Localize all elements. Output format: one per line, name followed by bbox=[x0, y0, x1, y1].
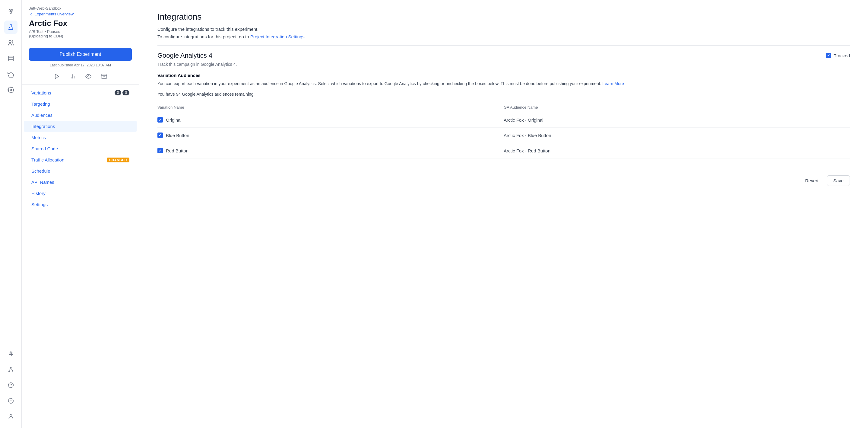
svg-point-16 bbox=[12, 371, 13, 372]
variation-audiences-body: You can export each variation in your ex… bbox=[157, 80, 850, 87]
experiment-title: Arctic Fox bbox=[29, 19, 132, 28]
svg-point-2 bbox=[10, 12, 12, 13]
integration-header: Google Analytics 4 Tracked bbox=[157, 52, 850, 59]
integration-desc: Track this campaign in Google Analytics … bbox=[157, 62, 850, 67]
svg-point-23 bbox=[10, 415, 12, 417]
history-icon[interactable] bbox=[4, 67, 18, 81]
svg-line-17 bbox=[9, 368, 11, 371]
experiments-icon[interactable] bbox=[4, 5, 18, 18]
svg-point-9 bbox=[10, 89, 12, 91]
variation-badges: 0 0 bbox=[115, 90, 129, 95]
table-row: Blue Button Arctic Fox - Blue Button bbox=[157, 128, 850, 143]
tracked-label: Tracked bbox=[834, 53, 850, 58]
tracked-checkbox-row: Tracked bbox=[826, 53, 850, 58]
svg-point-28 bbox=[88, 76, 89, 77]
user-avatar[interactable] bbox=[4, 410, 18, 423]
sidebar-item-schedule[interactable]: Schedule bbox=[24, 165, 136, 177]
revert-button[interactable]: Revert bbox=[801, 175, 824, 186]
sidebar-item-audiences[interactable]: Audiences bbox=[24, 110, 136, 121]
sidebar-item-api-names[interactable]: API Names bbox=[24, 177, 136, 188]
eye-icon[interactable] bbox=[85, 73, 91, 79]
ga-audience-name-0: Arctic Fox - Original bbox=[504, 117, 544, 122]
experiment-meta: A/B Test • Paused (Uploading to CDN) bbox=[29, 29, 132, 38]
settings-icon[interactable] bbox=[4, 83, 18, 96]
svg-point-15 bbox=[8, 371, 9, 372]
svg-rect-6 bbox=[8, 56, 13, 61]
svg-rect-29 bbox=[101, 74, 106, 76]
variation-audiences-heading: Variation Audiences bbox=[157, 73, 850, 78]
sidebar-item-traffic-allocation[interactable]: Traffic Allocation CHANGED bbox=[24, 154, 136, 165]
tracked-checkbox[interactable] bbox=[826, 53, 831, 58]
learn-more-link[interactable]: Learn More bbox=[602, 81, 624, 86]
project-integration-link[interactable]: Project Integration Settings bbox=[250, 34, 305, 39]
col-variation-header: Variation Name bbox=[157, 103, 504, 112]
hashtag-icon[interactable] bbox=[4, 347, 18, 361]
variation-table: Variation Name GA Audience Name Original… bbox=[157, 103, 850, 159]
gauge-icon[interactable] bbox=[4, 394, 18, 407]
description-2: To configure integrations for this proje… bbox=[157, 34, 850, 39]
help-icon[interactable] bbox=[4, 378, 18, 392]
svg-marker-24 bbox=[55, 74, 59, 79]
nav-section: Variations 0 0 Targeting Audiences Integ… bbox=[22, 85, 139, 212]
sidebar-item-settings[interactable]: Settings bbox=[24, 199, 136, 210]
svg-point-14 bbox=[10, 367, 11, 368]
table-row: Red Button Arctic Fox - Red Button bbox=[157, 143, 850, 159]
project-name: Jett-Web-Sandbox bbox=[29, 6, 132, 10]
sidebar-item-shared-code[interactable]: Shared Code bbox=[24, 143, 136, 154]
chart-icon[interactable] bbox=[70, 73, 76, 79]
publish-button[interactable]: Publish Experiment bbox=[29, 48, 132, 61]
last-published-text: Last published Apr 17, 2023 10:37 AM bbox=[29, 63, 132, 67]
footer-actions: Revert Save bbox=[157, 171, 850, 186]
variation-name-2: Red Button bbox=[166, 148, 188, 153]
divider bbox=[157, 45, 850, 46]
sidebar-item-variations[interactable]: Variations 0 0 bbox=[24, 87, 136, 98]
variation-name-0: Original bbox=[166, 117, 182, 122]
users-icon[interactable] bbox=[4, 36, 18, 50]
ga-audience-name-2: Arctic Fox - Red Button bbox=[504, 148, 550, 153]
variation-checkbox-1[interactable] bbox=[157, 133, 163, 138]
svg-line-13 bbox=[11, 352, 12, 356]
svg-point-5 bbox=[9, 40, 11, 42]
sidebar-item-metrics[interactable]: Metrics bbox=[24, 132, 136, 143]
action-icons-row bbox=[22, 71, 139, 85]
sidebar: Jett-Web-Sandbox Experiments Overview Ar… bbox=[22, 0, 140, 428]
layers-icon[interactable] bbox=[4, 52, 18, 65]
integration-name: Google Analytics 4 bbox=[157, 52, 212, 59]
sidebar-item-history[interactable]: History bbox=[24, 188, 136, 199]
icon-rail bbox=[0, 0, 22, 428]
variation-checkbox-2[interactable] bbox=[157, 148, 163, 153]
save-button[interactable]: Save bbox=[827, 175, 850, 186]
svg-line-3 bbox=[10, 11, 11, 12]
play-icon[interactable] bbox=[54, 73, 60, 79]
sidebar-item-targeting[interactable]: Targeting bbox=[24, 98, 136, 110]
table-row: Original Arctic Fox - Original bbox=[157, 112, 850, 128]
sidebar-header: Jett-Web-Sandbox Experiments Overview Ar… bbox=[22, 6, 139, 43]
variation-checkbox-0[interactable] bbox=[157, 117, 163, 122]
svg-point-19 bbox=[8, 383, 13, 388]
svg-point-0 bbox=[9, 10, 10, 11]
audiences-count: You have 94 Google Analytics audiences r… bbox=[157, 92, 850, 96]
svg-line-4 bbox=[11, 11, 12, 12]
sidebar-item-integrations[interactable]: Integrations bbox=[24, 121, 136, 132]
svg-line-12 bbox=[10, 352, 10, 356]
network-icon[interactable] bbox=[4, 363, 18, 376]
description-1: Configure the integrations to track this… bbox=[157, 27, 850, 32]
col-ga-header: GA Audience Name bbox=[504, 103, 850, 112]
flask-icon[interactable] bbox=[4, 21, 18, 34]
back-link[interactable]: Experiments Overview bbox=[29, 12, 132, 16]
main-content: Integrations Configure the integrations … bbox=[140, 0, 868, 428]
page-title: Integrations bbox=[157, 12, 850, 22]
archive-icon[interactable] bbox=[101, 73, 107, 79]
variation-name-1: Blue Button bbox=[166, 133, 189, 138]
svg-line-18 bbox=[11, 368, 13, 371]
svg-point-1 bbox=[11, 10, 12, 11]
ga-audience-name-1: Arctic Fox - Blue Button bbox=[504, 133, 551, 138]
